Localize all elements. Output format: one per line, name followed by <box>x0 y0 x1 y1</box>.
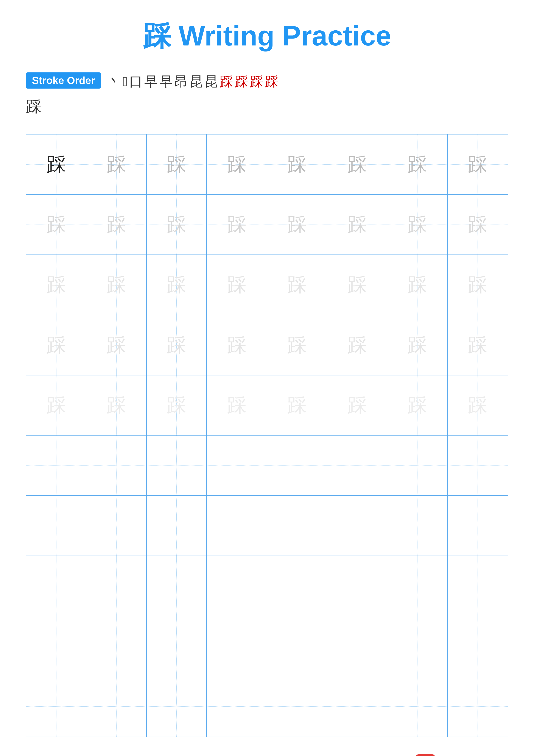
cell-char: 踩 <box>167 155 186 174</box>
cell-char: 踩 <box>408 155 427 174</box>
grid-cell <box>447 676 508 736</box>
cell-char: 踩 <box>167 395 186 415</box>
grid-cell <box>327 616 387 676</box>
grid-cell: 踩 <box>87 375 146 436</box>
grid-cell: 踩 <box>267 255 327 315</box>
grid-cell: 踩 <box>327 255 387 315</box>
stroke-order-badge: Stroke Order <box>26 72 101 89</box>
grid-cell <box>26 616 87 676</box>
grid-cell <box>147 556 207 616</box>
cell-char: 踩 <box>287 155 307 174</box>
page: 踩 Writing Practice Stroke Order 丶 𠃌 口 早 … <box>0 0 534 756</box>
cell-char: 踩 <box>468 215 487 234</box>
cell-char: 踩 <box>227 275 246 294</box>
grid-cell <box>387 496 447 556</box>
stroke-1: 丶 <box>108 72 121 91</box>
stroke-order-section: Stroke Order 丶 𠃌 口 早 早 昂 昆 昆 踩 踩 踩 踩 踩 <box>26 72 508 117</box>
grid-cell <box>207 496 267 556</box>
grid-cell <box>267 616 327 676</box>
grid-cell <box>447 496 508 556</box>
grid-cell: 踩 <box>447 375 508 436</box>
grid-cell: 踩 <box>447 255 508 315</box>
grid-cell: 踩 <box>207 255 267 315</box>
grid-cell: 踩 <box>87 255 146 315</box>
cell-char: 踩 <box>408 335 427 355</box>
grid-cell <box>387 436 447 496</box>
cell-char: 踩 <box>46 395 66 415</box>
cell-char: 踩 <box>107 215 126 234</box>
cell-char: 踩 <box>287 215 307 234</box>
grid-cell: 踩 <box>327 195 387 255</box>
grid-cell: 踩 <box>267 195 327 255</box>
char-display: 踩 <box>26 98 41 115</box>
grid-cell <box>327 436 387 496</box>
grid-cell <box>267 556 327 616</box>
grid-row-1: 踩 踩 踩 踩 踩 踩 踩 踩 <box>26 134 508 195</box>
grid-row-3: 踩 踩 踩 踩 踩 踩 踩 踩 <box>26 255 508 315</box>
grid-cell: 踩 <box>87 315 146 375</box>
grid-cell <box>207 556 267 616</box>
cell-char: 踩 <box>347 155 367 174</box>
cell-char: 踩 <box>46 215 66 234</box>
grid-cell <box>447 616 508 676</box>
cell-char: 踩 <box>408 275 427 294</box>
grid-cell: 踩 <box>147 375 207 436</box>
grid-cell <box>387 616 447 676</box>
cell-char: 踩 <box>347 215 367 234</box>
grid-cell: 踩 <box>447 315 508 375</box>
grid-cell: 踩 <box>207 134 267 195</box>
grid-cell <box>87 436 146 496</box>
cell-char: 踩 <box>46 275 66 294</box>
grid-cell <box>147 496 207 556</box>
grid-cell <box>87 496 146 556</box>
stroke-4: 早 <box>144 72 158 91</box>
grid-cell <box>267 496 327 556</box>
grid-cell <box>387 676 447 736</box>
cell-char: 踩 <box>167 215 186 234</box>
stroke-7: 昆 <box>190 72 203 91</box>
grid-cell: 踩 <box>267 134 327 195</box>
cell-char: 踩 <box>468 155 487 174</box>
grid-cell: 踩 <box>327 134 387 195</box>
grid-cell: 踩 <box>387 195 447 255</box>
grid-cell: 踩 <box>267 315 327 375</box>
stroke-2: 𠃌 <box>123 74 128 89</box>
grid-cell <box>327 676 387 736</box>
cell-char: 踩 <box>107 335 126 355</box>
grid-cell <box>147 436 207 496</box>
cell-char: 踩 <box>468 395 487 415</box>
stroke-3: 口 <box>129 72 142 91</box>
grid-cell: 踩 <box>387 315 447 375</box>
grid-cell: 踩 <box>267 375 327 436</box>
footer: https://www.strokeorder.com/chinese/踩 字 … <box>26 754 508 756</box>
cell-char: 踩 <box>347 275 367 294</box>
stroke-6: 昂 <box>174 72 188 91</box>
grid-cell <box>26 496 87 556</box>
grid-row-5: 踩 踩 踩 踩 踩 踩 踩 踩 <box>26 375 508 436</box>
grid-cell <box>207 676 267 736</box>
grid-cell: 踩 <box>26 195 87 255</box>
grid-cell <box>26 676 87 736</box>
stroke-5: 早 <box>159 72 173 91</box>
grid-cell <box>87 676 146 736</box>
grid-cell: 踩 <box>147 315 207 375</box>
cell-char: 踩 <box>347 395 367 415</box>
stroke-10: 踩 <box>235 72 248 91</box>
page-title: 踩 Writing Practice <box>143 17 391 55</box>
grid-row-6 <box>26 436 508 496</box>
footer-logo-icon: 字 <box>416 754 435 756</box>
cell-char: 踩 <box>167 335 186 355</box>
stroke-9: 踩 <box>220 72 233 91</box>
grid-cell <box>447 556 508 616</box>
cell-char: 踩 <box>46 335 66 355</box>
stroke-sequence: 丶 𠃌 口 早 早 昂 昆 昆 踩 踩 踩 踩 <box>108 72 278 91</box>
grid-cell <box>87 616 146 676</box>
grid-row-4: 踩 踩 踩 踩 踩 踩 踩 踩 <box>26 315 508 375</box>
cell-char: 踩 <box>107 275 126 294</box>
grid-cell: 踩 <box>26 375 87 436</box>
grid-cell: 踩 <box>447 195 508 255</box>
stroke-12: 踩 <box>265 72 278 91</box>
grid-cell <box>327 556 387 616</box>
cell-char: 踩 <box>227 335 246 355</box>
cell-char: 踩 <box>287 335 307 355</box>
